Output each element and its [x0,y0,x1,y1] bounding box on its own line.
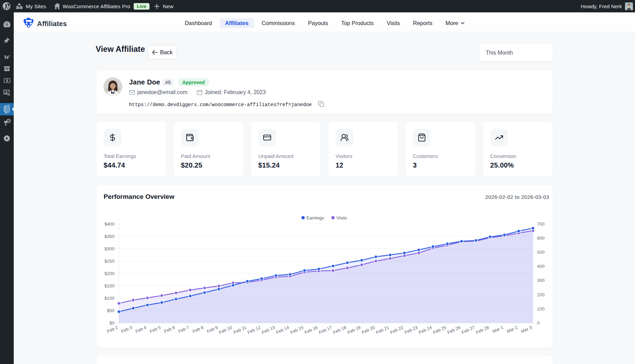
svg-text:Feb 28: Feb 28 [475,325,490,335]
svg-text:Feb 25: Feb 25 [432,325,447,335]
svg-text:Feb 16: Feb 16 [303,325,318,335]
svg-text:300: 300 [537,278,545,283]
svg-text:$350: $350 [104,234,114,239]
svg-text:600: 600 [537,236,545,241]
svg-text:500: 500 [537,250,545,255]
svg-text:Feb 27: Feb 27 [460,325,475,335]
svg-text:Feb 3: Feb 3 [120,325,133,334]
svg-text:Feb 5: Feb 5 [149,325,161,334]
svg-text:Mar 2: Mar 2 [506,325,518,334]
svg-text:Feb 17: Feb 17 [318,325,333,335]
svg-text:Feb 9: Feb 9 [206,325,218,334]
svg-text:Feb 23: Feb 23 [403,325,418,335]
svg-text:$0: $0 [109,320,114,326]
svg-text:Feb 8: Feb 8 [192,325,204,334]
svg-text:Earnings: Earnings [307,215,324,220]
svg-text:Feb 22: Feb 22 [389,325,404,335]
svg-text:$250: $250 [104,259,114,264]
svg-text:Feb 20: Feb 20 [361,325,376,335]
svg-text:200: 200 [537,292,545,297]
svg-text:Feb 21: Feb 21 [375,325,390,335]
svg-text:Feb 12: Feb 12 [246,325,261,335]
svg-text:Feb 6: Feb 6 [163,325,175,334]
svg-text:Mar 1: Mar 1 [491,325,504,334]
svg-text:Feb 15: Feb 15 [289,325,304,335]
svg-text:Feb 19: Feb 19 [346,325,361,335]
svg-text:100: 100 [537,306,545,311]
svg-text:Feb 11: Feb 11 [233,325,247,335]
svg-text:$200: $200 [104,271,114,276]
svg-text:$150: $150 [104,283,114,288]
svg-text:$100: $100 [104,296,114,301]
svg-text:Feb 4: Feb 4 [134,325,147,334]
svg-text:Feb 10: Feb 10 [218,325,233,335]
svg-text:Feb 14: Feb 14 [275,325,290,335]
svg-text:700: 700 [537,221,545,227]
svg-text:Feb 26: Feb 26 [446,325,461,335]
svg-text:$50: $50 [107,308,114,313]
svg-text:Feb 24: Feb 24 [418,325,433,335]
svg-text:$400: $400 [104,221,114,227]
svg-text:w: w [4,53,10,60]
svg-text:400: 400 [537,264,545,269]
svg-text:Visits: Visits [336,215,347,220]
svg-text:0: 0 [537,320,539,326]
svg-text:$300: $300 [104,246,114,251]
svg-text:Feb 7: Feb 7 [177,325,190,334]
svg-text:Feb 13: Feb 13 [261,325,276,335]
svg-text:Feb 2: Feb 2 [106,325,118,334]
svg-text:Feb 18: Feb 18 [332,325,347,335]
svg-text:Mar 3: Mar 3 [520,325,532,334]
